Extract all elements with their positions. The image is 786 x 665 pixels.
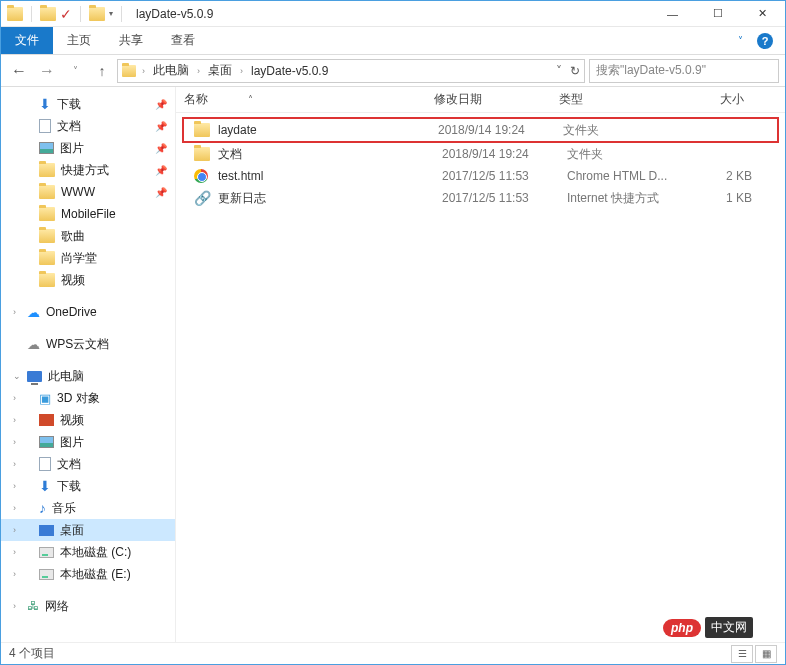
watermark: php 中文网 [663, 617, 753, 638]
sidebar-item-shang[interactable]: 尚学堂 [1, 247, 175, 269]
search-input[interactable]: 搜索"layDate-v5.0.9" [589, 59, 779, 83]
sidebar-item-videos[interactable]: 视频 [1, 269, 175, 291]
sidebar-item-pictures[interactable]: 图片📌 [1, 137, 175, 159]
tab-share[interactable]: 共享 [105, 27, 157, 54]
watermark-badge: php [663, 619, 701, 637]
chevron-right-icon[interactable]: › [193, 66, 204, 76]
titlebar: ✓ ▾ layDate-v5.0.9 — ☐ ✕ [1, 1, 785, 27]
window-controls: — ☐ ✕ [650, 1, 785, 27]
view-details-button[interactable]: ☰ [731, 645, 753, 663]
nav-forward-button[interactable]: → [35, 59, 59, 83]
folder-icon [194, 147, 210, 161]
column-name[interactable]: 名称˄ [184, 91, 434, 108]
nav-recent-button[interactable]: ˅ [63, 59, 87, 83]
sidebar-item-network[interactable]: ›🖧网络 [1, 595, 175, 617]
breadcrumb[interactable]: › 此电脑 › 桌面 › layDate-v5.0.9 ˅ ↻ [117, 59, 585, 83]
tab-home[interactable]: 主页 [53, 27, 105, 54]
sidebar-item-documents2[interactable]: ›文档 [1, 453, 175, 475]
help-icon[interactable]: ? [757, 33, 773, 49]
sidebar-item-onedrive[interactable]: ›☁OneDrive [1, 301, 175, 323]
folder-icon [7, 7, 23, 21]
sidebar-item-music[interactable]: ›♪音乐 [1, 497, 175, 519]
sidebar-item-diske[interactable]: ›本地磁盘 (E:) [1, 563, 175, 585]
nav-tree[interactable]: ⬇下载📌 文档📌 图片📌 快捷方式📌 WWW📌 MobileFile 歌曲 尚学… [1, 87, 176, 642]
sidebar-item-diskc[interactable]: ›本地磁盘 (C:) [1, 541, 175, 563]
folder-icon[interactable] [40, 7, 56, 21]
chrome-icon [194, 169, 210, 183]
file-list[interactable]: laydate 2018/9/14 19:24 文件夹 文档 2018/9/14… [176, 113, 785, 642]
sidebar-item-wps[interactable]: ☁WPS云文档 [1, 333, 175, 355]
status-item-count: 4 个项目 [9, 645, 55, 662]
column-headers: 名称˄ 修改日期 类型 大小 [176, 87, 785, 113]
sidebar-item-songs[interactable]: 歌曲 [1, 225, 175, 247]
column-size[interactable]: 大小 [684, 91, 754, 108]
search-placeholder: 搜索"layDate-v5.0.9" [596, 62, 706, 79]
crumb-desktop[interactable]: 桌面 [206, 62, 234, 79]
folder-icon [194, 123, 210, 137]
sidebar-item-pictures2[interactable]: ›图片 [1, 431, 175, 453]
link-icon: 🔗 [194, 190, 210, 206]
tab-file[interactable]: 文件 [1, 27, 53, 54]
file-row[interactable]: 文档 2018/9/14 19:24 文件夹 [176, 143, 785, 165]
sidebar-item-thispc[interactable]: ⌄此电脑 [1, 365, 175, 387]
sidebar-item-www[interactable]: WWW📌 [1, 181, 175, 203]
ribbon: 文件 主页 共享 查看 ˅ ? [1, 27, 785, 55]
qat: ✓ ▾ [1, 6, 126, 22]
status-bar: 4 个项目 ☰ ▦ [1, 642, 785, 664]
view-icons-button[interactable]: ▦ [755, 645, 777, 663]
folder-icon [122, 65, 136, 77]
nav-back-button[interactable]: ← [7, 59, 31, 83]
window-title: layDate-v5.0.9 [136, 7, 213, 21]
sidebar-item-shortcuts[interactable]: 快捷方式📌 [1, 159, 175, 181]
sidebar-item-documents[interactable]: 文档📌 [1, 115, 175, 137]
ribbon-expand-icon[interactable]: ˅ [738, 35, 743, 46]
file-row[interactable]: test.html 2017/12/5 11:53 Chrome HTML D.… [176, 165, 785, 187]
crumb-folder[interactable]: layDate-v5.0.9 [249, 64, 330, 78]
refresh-icon[interactable]: ↻ [570, 64, 580, 78]
dropdown-icon[interactable]: ˅ [556, 64, 562, 78]
sidebar-item-desktop[interactable]: ›桌面 [1, 519, 175, 541]
watermark-text: 中文网 [705, 617, 753, 638]
maximize-button[interactable]: ☐ [695, 1, 740, 27]
column-date[interactable]: 修改日期 [434, 91, 559, 108]
sidebar-item-3d[interactable]: ›▣3D 对象 [1, 387, 175, 409]
minimize-button[interactable]: — [650, 1, 695, 27]
folder-icon [89, 7, 105, 21]
tab-view[interactable]: 查看 [157, 27, 209, 54]
crumb-pc[interactable]: 此电脑 [151, 62, 191, 79]
check-icon[interactable]: ✓ [60, 6, 72, 22]
address-bar: ← → ˅ ↑ › 此电脑 › 桌面 › layDate-v5.0.9 ˅ ↻ … [1, 55, 785, 87]
sidebar-item-video2[interactable]: ›视频 [1, 409, 175, 431]
column-type[interactable]: 类型 [559, 91, 684, 108]
sidebar-item-downloads[interactable]: ⬇下载📌 [1, 93, 175, 115]
sort-asc-icon: ˄ [248, 94, 253, 105]
nav-up-button[interactable]: ↑ [91, 60, 113, 82]
chevron-right-icon[interactable]: › [236, 66, 247, 76]
chevron-right-icon[interactable]: › [138, 66, 149, 76]
file-row[interactable]: laydate 2018/9/14 19:24 文件夹 [182, 117, 779, 143]
close-button[interactable]: ✕ [740, 1, 785, 27]
sidebar-item-mobilefile[interactable]: MobileFile [1, 203, 175, 225]
sidebar-item-downloads2[interactable]: ›⬇下载 [1, 475, 175, 497]
file-row[interactable]: 🔗 更新日志 2017/12/5 11:53 Internet 快捷方式 1 K… [176, 187, 785, 209]
file-pane: 名称˄ 修改日期 类型 大小 laydate 2018/9/14 19:24 文… [176, 87, 785, 642]
qat-dropdown-icon[interactable]: ▾ [109, 9, 113, 18]
